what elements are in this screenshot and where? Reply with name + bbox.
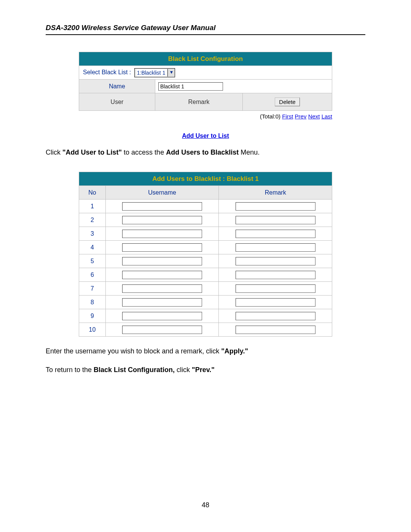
add-table-title: Add Users to Blacklist : Blacklist 1 <box>79 172 332 186</box>
name-label: Name <box>79 80 155 93</box>
remark-cell <box>219 268 332 282</box>
config-table-title: Black List Configuration <box>79 52 332 66</box>
username-input[interactable] <box>122 312 202 320</box>
remark-input[interactable] <box>236 243 315 252</box>
remark-input[interactable] <box>236 202 315 211</box>
table-row: 1 <box>79 200 332 213</box>
remark-cell <box>219 309 332 323</box>
delete-button[interactable]: Delete <box>275 97 299 106</box>
page-number: 48 <box>0 501 411 509</box>
username-input[interactable] <box>122 326 202 334</box>
table-row: 5 <box>79 254 332 268</box>
table-row: 2 <box>79 213 332 227</box>
name-input[interactable] <box>158 82 223 91</box>
remark-input[interactable] <box>236 284 315 293</box>
remark-cell <box>219 200 332 213</box>
username-input[interactable] <box>122 202 202 211</box>
username-input[interactable] <box>122 230 202 238</box>
remark-input[interactable] <box>236 216 315 224</box>
remark-input[interactable] <box>236 326 315 334</box>
pagination-total: (Total:0) <box>260 113 280 120</box>
remark-cell <box>219 254 332 268</box>
username-input[interactable] <box>122 284 202 293</box>
remark-input[interactable] <box>236 257 315 265</box>
pagination-prev-link[interactable]: Prev <box>295 113 307 120</box>
username-cell <box>105 254 219 268</box>
remark-input[interactable] <box>236 298 315 307</box>
remark-cell <box>219 241 332 254</box>
pagination-first-link[interactable]: First <box>282 113 293 120</box>
select-blacklist-value: 1:Blacklist 1 <box>136 69 168 77</box>
add-user-to-list-link[interactable]: Add User to List <box>182 133 229 139</box>
remark-input[interactable] <box>236 271 315 279</box>
username-cell <box>105 268 219 282</box>
username-cell <box>105 309 219 323</box>
pagination-last-link[interactable]: Last <box>322 113 332 120</box>
username-input[interactable] <box>122 216 202 224</box>
row-number: 9 <box>79 309 106 323</box>
username-cell <box>105 296 219 309</box>
col-username: Username <box>105 186 219 200</box>
blacklist-config-table: Black List Configuration Select Black Li… <box>79 52 332 111</box>
username-cell <box>105 323 219 337</box>
username-input[interactable] <box>122 243 202 252</box>
row-number: 1 <box>79 200 106 213</box>
col-user: User <box>79 93 155 111</box>
row-number: 4 <box>79 241 106 254</box>
col-remark: Remark <box>155 93 243 111</box>
col-no: No <box>79 186 106 200</box>
username-input[interactable] <box>122 298 202 307</box>
row-number: 7 <box>79 282 106 296</box>
username-cell <box>105 227 219 241</box>
remark-cell <box>219 227 332 241</box>
table-row: 9 <box>79 309 332 323</box>
pagination-next-link[interactable]: Next <box>308 113 320 120</box>
table-row: 10 <box>79 323 332 337</box>
add-users-table: Add Users to Blacklist : Blacklist 1 No … <box>79 172 332 337</box>
select-blacklist-label: Select Black List : <box>83 69 131 75</box>
instruction-paragraph-1: Click "Add User to List" to access the A… <box>46 148 365 157</box>
select-blacklist-dropdown[interactable]: 1:Blacklist 1▾ <box>134 68 175 77</box>
remark-cell <box>219 213 332 227</box>
row-number: 10 <box>79 323 106 337</box>
col-remark2: Remark <box>219 186 332 200</box>
row-number: 6 <box>79 268 106 282</box>
username-cell <box>105 282 219 296</box>
pagination: (Total:0) First Prev Next Last <box>79 113 332 120</box>
username-cell <box>105 200 219 213</box>
remark-input[interactable] <box>236 230 315 238</box>
username-cell <box>105 241 219 254</box>
document-header: DSA-3200 Wireless Service Gateway User M… <box>46 24 365 35</box>
remark-input[interactable] <box>236 312 315 320</box>
username-input[interactable] <box>122 257 202 265</box>
row-number: 2 <box>79 213 106 227</box>
username-input[interactable] <box>122 271 202 279</box>
table-row: 3 <box>79 227 332 241</box>
table-row: 8 <box>79 296 332 309</box>
row-number: 3 <box>79 227 106 241</box>
instruction-paragraph-3: To return to the Black List Configuratio… <box>46 365 365 375</box>
remark-cell <box>219 323 332 337</box>
row-number: 5 <box>79 254 106 268</box>
instruction-paragraph-2: Enter the username you wish to block and… <box>46 347 365 356</box>
table-row: 7 <box>79 282 332 296</box>
table-row: 6 <box>79 268 332 282</box>
username-cell <box>105 213 219 227</box>
remark-cell <box>219 296 332 309</box>
table-row: 4 <box>79 241 332 254</box>
chevron-down-icon: ▾ <box>168 69 175 76</box>
remark-cell <box>219 282 332 296</box>
row-number: 8 <box>79 296 106 309</box>
